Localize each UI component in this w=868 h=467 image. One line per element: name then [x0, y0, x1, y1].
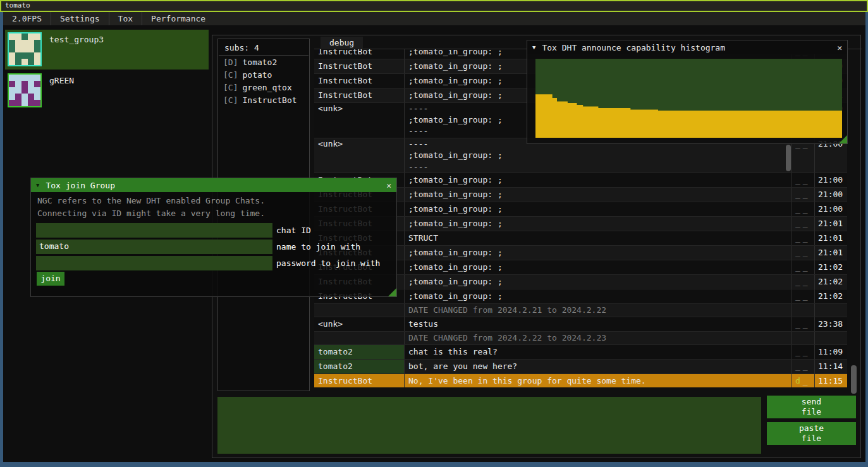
message-flag: _	[803, 277, 808, 286]
message-text: ;tomato_in_group: ;	[404, 289, 792, 303]
message-time: 21:02	[814, 289, 847, 303]
join-desc-line1: NGC refers to the New DHT enabled Group …	[37, 196, 265, 205]
message-time: 21:00	[814, 188, 847, 202]
resize-grip[interactable]	[839, 135, 847, 143]
message-input[interactable]	[217, 397, 761, 454]
message-flag: _	[795, 175, 800, 185]
member-status: [C]	[223, 83, 238, 92]
member-list: [D]tomato2[C]potato[C]green_qtox[C]Instr…	[218, 56, 309, 106]
message-flag: _	[795, 361, 800, 371]
menu-item-settings[interactable]: Settings	[51, 12, 109, 25]
histogram-title: Tox DHT announce capability histogram	[542, 43, 725, 52]
message-flag: _	[803, 291, 808, 301]
window-titlebar: tomato	[0, 0, 868, 12]
histogram-window: ▼ Tox DHT announce capability histogram …	[527, 40, 848, 144]
sidebar-group-list: test_group3gREEN	[5, 30, 209, 112]
message-row[interactable]: DATE CHANGED from 2024.2.21 to 2024.2.22	[314, 304, 847, 317]
message-flag: _	[795, 219, 800, 228]
message-flag: _	[795, 347, 800, 356]
message-flag: d	[795, 376, 800, 385]
message-flags: __	[792, 217, 814, 231]
histogram-titlebar[interactable]: ▼ Tox DHT announce capability histogram …	[527, 40, 847, 54]
message-flags	[792, 304, 814, 317]
message-flag: _	[795, 248, 800, 257]
menu-item-performance[interactable]: Performance	[142, 12, 214, 25]
message-time: 11:14	[814, 360, 847, 373]
message-name: InstructBot	[314, 74, 404, 88]
message-flag: _	[803, 204, 808, 214]
message-name: InstructBot	[314, 49, 404, 59]
message-time: 23:38	[814, 317, 847, 331]
chat-id-label: chat ID	[276, 223, 311, 238]
group-row[interactable]: gREEN	[5, 71, 209, 111]
message-name	[314, 304, 404, 317]
message-row[interactable]: tomato2bot, are you new here?__11:14	[314, 360, 847, 374]
join-group-window: ▼ Tox join Group ✕ NGC refers to the New…	[30, 178, 397, 297]
message-flags: __	[792, 317, 814, 331]
message-row[interactable]: DATE CHANGED from 2024.2.22 to 2024.2.23	[314, 332, 847, 345]
message-row[interactable]: tomato2chat is this real?__11:09	[314, 345, 847, 360]
message-flags	[792, 332, 814, 344]
message-time: 21:01	[814, 246, 847, 260]
message-text: ;tomato_in_group: ;	[404, 246, 792, 260]
message-text: bot, are you new here?	[404, 360, 792, 373]
message-name	[314, 332, 404, 344]
message-time	[814, 332, 847, 344]
menu-item-tox[interactable]: Tox	[109, 12, 142, 25]
message-flag: _	[803, 175, 808, 185]
message-flag: _	[803, 219, 808, 228]
message-time: 21:02	[814, 260, 847, 274]
member-name: tomato2	[242, 58, 277, 67]
collapse-arrow-icon[interactable]: ▼	[36, 182, 39, 188]
paste-file-button[interactable]: paste file	[767, 422, 856, 445]
message-text: DATE CHANGED from 2024.2.22 to 2024.2.23	[404, 332, 792, 344]
resize-grip[interactable]	[388, 288, 396, 296]
message-row[interactable]: <unk>testus__23:38	[314, 317, 847, 332]
message-time: 21:01	[814, 217, 847, 231]
message-flags: __	[792, 202, 814, 216]
tab-debug[interactable]: debug	[321, 37, 363, 49]
message-flag: _	[803, 248, 808, 257]
join-name-input[interactable]: tomato	[36, 240, 272, 254]
message-flag: _	[803, 190, 808, 199]
message-flags: __	[792, 360, 814, 373]
member-name: green_qtox	[242, 83, 291, 92]
group-avatar	[8, 32, 42, 66]
message-name: <unk>	[314, 103, 404, 138]
message-flags: d_	[792, 374, 814, 387]
message-text: ;tomato_in_group: ;	[404, 275, 792, 289]
fps-indicator: 2.0FPS	[3, 12, 51, 25]
message-name: <unk>	[314, 138, 404, 173]
close-icon[interactable]: ✕	[837, 43, 842, 52]
chat-scrollbar-thumb[interactable]	[851, 365, 857, 394]
window-title: tomato	[5, 1, 30, 9]
member-row: [C]green_qtox	[218, 81, 309, 94]
send-file-button[interactable]: send file	[767, 396, 856, 418]
subs-title: subs: 4	[218, 39, 309, 55]
message-flag: _	[803, 233, 808, 243]
message-row[interactable]: InstructBotNo, I've been in this group f…	[314, 374, 847, 387]
message-time: 11:15	[814, 374, 847, 387]
message-text: DATE CHANGED from 2024.2.21 to 2024.2.22	[404, 304, 792, 317]
join-titlebar[interactable]: ▼ Tox join Group ✕	[31, 178, 396, 192]
message-text: ;tomato_in_group: ;	[404, 202, 792, 216]
join-button[interactable]: join	[37, 272, 64, 286]
join-password-input[interactable]	[36, 256, 272, 270]
message-flag: _	[803, 361, 808, 371]
member-status: [C]	[223, 70, 238, 80]
message-flags: __	[792, 275, 814, 289]
message-flag: _	[795, 190, 800, 199]
message-flags: __	[792, 246, 814, 260]
group-row[interactable]: test_group3	[5, 30, 209, 70]
messages-scrollbar-thumb[interactable]	[786, 145, 791, 171]
close-icon[interactable]: ✕	[386, 181, 391, 190]
menubar: 2.0FPS Settings Tox Performance	[3, 12, 865, 25]
message-flags: __	[792, 188, 814, 202]
join-title: Tox join Group	[46, 181, 115, 190]
member-name: InstructBot	[242, 95, 296, 105]
histogram-plot	[535, 59, 842, 138]
collapse-arrow-icon[interactable]: ▼	[532, 44, 535, 51]
chat-id-input[interactable]	[36, 223, 272, 238]
message-time: 21:00	[814, 202, 847, 216]
message-text: STRUCT	[404, 231, 792, 245]
